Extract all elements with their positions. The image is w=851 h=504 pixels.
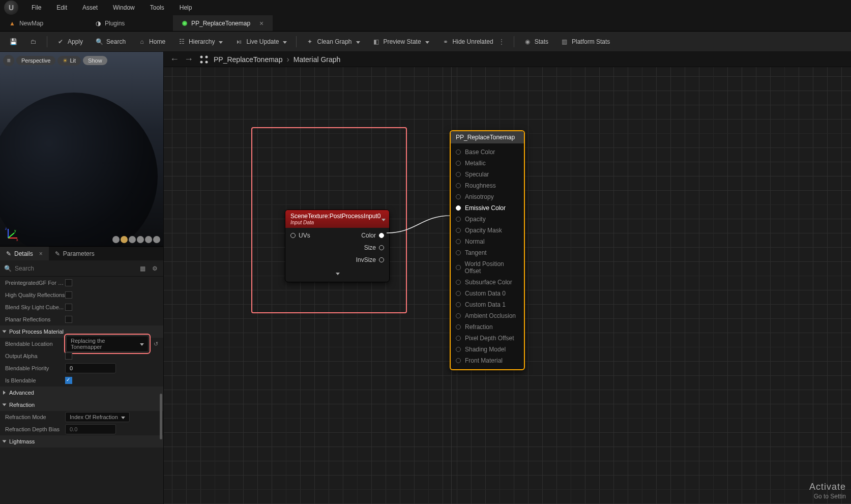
- shape-custom[interactable]: [145, 236, 152, 243]
- material-input-emissive-color[interactable]: Emissive Color: [451, 202, 524, 214]
- section-advanced[interactable]: Advanced: [0, 387, 163, 399]
- stats-button[interactable]: ◉Stats: [518, 36, 553, 48]
- details-checkbox[interactable]: [65, 304, 72, 311]
- material-input-subsurface-color[interactable]: Subsurface Color: [451, 277, 524, 288]
- input-pin[interactable]: [456, 194, 461, 199]
- blendable-location-dropdown[interactable]: Replacing the Tonemapper: [66, 336, 149, 352]
- input-pin[interactable]: [456, 183, 461, 188]
- clean-graph-button[interactable]: ✦Clean Graph: [301, 36, 365, 48]
- input-pin[interactable]: [456, 172, 461, 177]
- menu-edit[interactable]: Edit: [49, 2, 74, 13]
- input-pin[interactable]: [456, 250, 461, 255]
- nav-forward-button[interactable]: →: [183, 54, 194, 65]
- material-input-specular[interactable]: Specular: [451, 169, 524, 180]
- grid-view-button[interactable]: ▦: [138, 264, 147, 273]
- shape-cylinder[interactable]: [112, 236, 120, 243]
- material-input-anisotropy[interactable]: Anisotropy: [451, 191, 524, 202]
- show-toggle[interactable]: Show: [83, 56, 107, 65]
- material-input-ambient-occlusion[interactable]: Ambient Occlusion: [451, 310, 524, 321]
- input-pin[interactable]: [456, 302, 461, 307]
- details-tab[interactable]: ✎ Details ×: [0, 247, 49, 260]
- viewport-menu-button[interactable]: ≡: [3, 55, 14, 66]
- details-checkbox[interactable]: [65, 291, 72, 299]
- material-input-base-color[interactable]: Base Color: [451, 146, 524, 158]
- input-pin[interactable]: [456, 265, 461, 270]
- scene-texture-node[interactable]: SceneTexture:PostProcessInput0 Input Dat…: [285, 210, 390, 282]
- hierarchy-button[interactable]: ☷Hierarchy: [172, 36, 228, 48]
- apply-button[interactable]: ✔Apply: [51, 36, 88, 48]
- input-pin[interactable]: [456, 358, 461, 363]
- input-pin[interactable]: [456, 336, 461, 341]
- output-alpha-checkbox[interactable]: [65, 352, 72, 360]
- output-pin-invsize[interactable]: [379, 257, 384, 262]
- input-pin[interactable]: [456, 324, 461, 330]
- doctab-plugins[interactable]: ◑ Plugins: [86, 15, 173, 31]
- input-pin[interactable]: [456, 347, 461, 352]
- material-input-roughness[interactable]: Roughness: [451, 180, 524, 191]
- input-pin[interactable]: [456, 161, 461, 166]
- input-pin[interactable]: [456, 228, 461, 233]
- details-checkbox[interactable]: [65, 279, 72, 286]
- input-pin[interactable]: [456, 150, 461, 155]
- menu-window[interactable]: Window: [106, 2, 142, 13]
- material-input-normal[interactable]: Normal: [451, 236, 524, 247]
- is-blendable-checkbox[interactable]: [65, 377, 72, 384]
- shape-teapot[interactable]: [153, 236, 160, 243]
- input-pin[interactable]: [456, 280, 461, 285]
- shape-plane[interactable]: [129, 236, 136, 243]
- material-input-pixel-depth-offset[interactable]: Pixel Depth Offset: [451, 333, 524, 344]
- menu-asset[interactable]: Asset: [75, 2, 105, 13]
- details-panel[interactable]: PreintegratedGF For Si...High Quality Re…: [0, 277, 163, 504]
- parameters-tab[interactable]: ✎ Parameters: [49, 247, 101, 260]
- hide-unrelated-button[interactable]: ⚭Hide Unrelated⋮: [436, 36, 510, 48]
- material-input-custom-data-0[interactable]: Custom Data 0: [451, 288, 524, 299]
- doctab-newmap[interactable]: ▲ NewMap: [0, 15, 86, 31]
- material-input-front-material[interactable]: Front Material: [451, 355, 524, 366]
- input-pin[interactable]: [456, 217, 461, 222]
- browse-button[interactable]: 🗀: [24, 36, 43, 48]
- nav-back-button[interactable]: ←: [169, 54, 180, 65]
- input-pin[interactable]: [290, 233, 296, 238]
- material-output-node[interactable]: PP_ReplaceTonemap Base ColorMetallicSpec…: [450, 130, 525, 370]
- material-input-world-position-offset[interactable]: World Position Offset: [451, 258, 524, 277]
- material-graph-canvas[interactable]: SceneTexture:PostProcessInput0 Input Dat…: [164, 67, 851, 504]
- material-input-opacity-mask[interactable]: Opacity Mask: [451, 225, 524, 236]
- section-refraction[interactable]: Refraction: [0, 399, 163, 411]
- preview-viewport[interactable]: ≡ Perspective ☀Lit Show z x y: [0, 52, 163, 246]
- section-lightmass[interactable]: Lightmass: [0, 435, 163, 448]
- menu-file[interactable]: File: [24, 2, 48, 13]
- output-pin-size[interactable]: [379, 245, 384, 250]
- material-input-custom-data-1[interactable]: Custom Data 1: [451, 299, 524, 310]
- perspective-toggle[interactable]: Perspective: [16, 56, 55, 65]
- reset-button[interactable]: ↺: [154, 341, 158, 347]
- preview-state-button[interactable]: ◧Preview State: [367, 36, 434, 48]
- preview-shape-buttons[interactable]: [112, 236, 160, 243]
- input-pin[interactable]: [456, 291, 461, 296]
- details-checkbox[interactable]: [65, 316, 72, 323]
- output-pin-color[interactable]: [379, 233, 384, 238]
- shape-cube[interactable]: [137, 236, 144, 243]
- kebab-icon[interactable]: ⋮: [498, 38, 505, 45]
- scrollbar-thumb[interactable]: [160, 394, 162, 439]
- input-pin[interactable]: [456, 313, 461, 318]
- close-tab-button[interactable]: ×: [259, 19, 263, 27]
- refraction-depth-input[interactable]: 0.0: [65, 424, 116, 434]
- expand-node-button[interactable]: [285, 268, 389, 279]
- refraction-mode-dropdown[interactable]: Index Of Refraction: [65, 412, 130, 422]
- node-header[interactable]: PP_ReplaceTonemap: [451, 131, 524, 143]
- blendable-priority-input[interactable]: 0: [65, 363, 116, 373]
- doctab-material[interactable]: PP_ReplaceTonemap ×: [173, 15, 273, 31]
- lit-toggle[interactable]: ☀Lit: [57, 56, 81, 66]
- node-header[interactable]: SceneTexture:PostProcessInput0 Input Dat…: [285, 210, 389, 228]
- shape-sphere[interactable]: [121, 236, 128, 243]
- search-button[interactable]: 🔍Search: [90, 36, 131, 48]
- close-icon[interactable]: ×: [39, 250, 43, 257]
- input-pin[interactable]: [456, 239, 461, 244]
- material-input-opacity[interactable]: Opacity: [451, 214, 524, 225]
- live-update-button[interactable]: ⏯Live Update: [230, 36, 292, 48]
- material-input-shading-model[interactable]: Shading Model: [451, 344, 524, 355]
- material-input-metallic[interactable]: Metallic: [451, 158, 524, 169]
- menu-tools[interactable]: Tools: [143, 2, 171, 13]
- breadcrumb-graph[interactable]: Material Graph: [294, 55, 341, 64]
- material-input-tangent[interactable]: Tangent: [451, 247, 524, 258]
